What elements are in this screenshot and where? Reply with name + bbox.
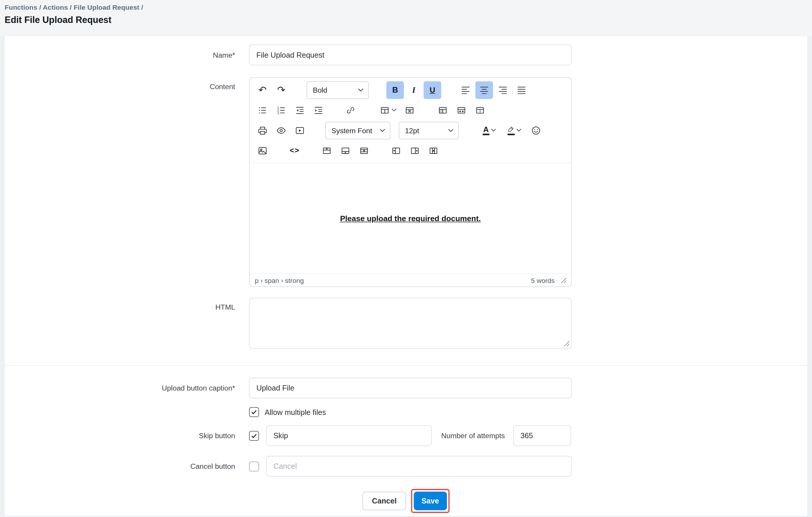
- redo-icon: ↷: [277, 85, 285, 95]
- delete-table-icon: [405, 105, 415, 115]
- textarea-resize-handle[interactable]: [564, 341, 570, 346]
- save-highlight-overlay: Save: [411, 489, 449, 513]
- split-cell-button[interactable]: [471, 101, 489, 119]
- attempts-label: Number of attempts: [441, 431, 505, 440]
- insert-row-below-button[interactable]: [337, 142, 354, 160]
- cancel-button[interactable]: Cancel: [363, 492, 406, 510]
- numbered-list-button[interactable]: 123: [272, 101, 290, 119]
- chevron-down-icon: [516, 128, 522, 132]
- align-center-button[interactable]: [475, 81, 493, 99]
- chevron-down-icon: [358, 88, 364, 92]
- skip-checkbox[interactable]: [249, 431, 259, 440]
- form-actions: Cancel Save: [5, 489, 807, 516]
- bold-button[interactable]: B: [386, 81, 404, 99]
- text-color-icon: A: [483, 125, 490, 135]
- link-icon: [345, 105, 356, 115]
- align-right-button[interactable]: [494, 81, 512, 99]
- split-cell-icon: [475, 105, 485, 115]
- outdent-icon: [295, 105, 305, 115]
- toolbar-row-4: <>: [254, 140, 567, 161]
- page-header: Functions / Actions / File Upload Reques…: [0, 0, 812, 36]
- breadcrumb[interactable]: Functions / Actions / File Upload Reques…: [5, 3, 812, 11]
- editor-statusbar: p › span › strong 5 words: [250, 274, 571, 286]
- font-size-select-value: 12pt: [405, 126, 419, 135]
- emoji-icon: [531, 125, 541, 135]
- media-button[interactable]: [291, 121, 309, 139]
- cell-properties-button[interactable]: [434, 101, 452, 119]
- word-count: 5 words: [531, 277, 554, 284]
- insert-row-above-button[interactable]: [318, 142, 336, 160]
- name-input[interactable]: [249, 45, 572, 65]
- font-size-select[interactable]: 12pt: [399, 121, 459, 139]
- text-color-button[interactable]: A: [477, 121, 501, 139]
- align-left-icon: [460, 85, 471, 95]
- indent-button[interactable]: [310, 101, 327, 119]
- table-menu-button[interactable]: [376, 101, 400, 119]
- html-textarea[interactable]: [249, 298, 572, 349]
- form-row-html: HTML: [5, 298, 807, 349]
- skip-caption-input[interactable]: [266, 425, 432, 446]
- form-bottom-section: Upload button caption* Allow multiple fi…: [5, 366, 807, 516]
- delete-row-icon: [359, 145, 369, 155]
- image-button[interactable]: [254, 142, 271, 160]
- chevron-down-icon: [391, 108, 397, 112]
- insert-column-before-button[interactable]: [387, 142, 405, 160]
- editor-content-area[interactable]: Please upload the required document.: [250, 163, 571, 274]
- html-label: HTML: [5, 298, 241, 311]
- cancel-checkbox[interactable]: [249, 461, 259, 471]
- align-center-icon: [479, 85, 489, 95]
- italic-button[interactable]: I: [405, 81, 423, 99]
- delete-table-button[interactable]: [401, 101, 418, 119]
- underline-icon: U: [430, 86, 435, 93]
- outdent-button[interactable]: [291, 101, 309, 119]
- delete-row-button[interactable]: [355, 142, 373, 160]
- font-select-value: System Font: [331, 126, 372, 135]
- merge-cells-icon: [456, 105, 467, 115]
- undo-button[interactable]: ↶: [254, 81, 271, 99]
- upload-caption-input[interactable]: [249, 378, 572, 398]
- cancel-caption-input[interactable]: [266, 456, 572, 477]
- font-select[interactable]: System Font: [325, 121, 390, 139]
- preview-button[interactable]: [272, 121, 290, 139]
- form-row-upload-caption: Upload button caption*: [5, 378, 807, 398]
- indent-icon: [313, 105, 324, 115]
- link-button[interactable]: [342, 101, 359, 119]
- format-select[interactable]: Bold: [307, 81, 369, 99]
- bullet-list-button[interactable]: [254, 101, 271, 119]
- underline-button[interactable]: U: [424, 81, 441, 99]
- chevron-down-icon: [448, 128, 454, 132]
- align-left-button[interactable]: [457, 81, 474, 99]
- media-icon: [295, 125, 305, 135]
- form-top-section: Name* Content ↶ ↷: [5, 36, 807, 348]
- cancel-button-label: Cancel button: [5, 462, 241, 470]
- undo-icon: ↶: [258, 85, 267, 95]
- emoji-button[interactable]: [527, 121, 545, 139]
- toolbar-row-2: 123: [254, 100, 567, 120]
- align-right-icon: [498, 85, 508, 95]
- insert-column-after-icon: [409, 145, 420, 155]
- justify-icon: [516, 85, 526, 95]
- delete-column-button[interactable]: [425, 142, 442, 160]
- cell-properties-icon: [437, 105, 448, 115]
- insert-column-before-icon: [391, 145, 401, 155]
- attempts-input[interactable]: [513, 425, 571, 446]
- skip-button-label: Skip button: [5, 431, 241, 440]
- editor-resize-handle[interactable]: [561, 277, 567, 283]
- save-button[interactable]: Save: [414, 492, 447, 510]
- element-path: p › span › strong: [255, 277, 304, 284]
- bullet-list-icon: [257, 105, 267, 115]
- highlight-color-button[interactable]: [502, 121, 526, 139]
- justify-button[interactable]: [513, 81, 530, 99]
- image-icon: [257, 145, 267, 155]
- insert-row-below-icon: [340, 145, 350, 155]
- form-row-name: Name*: [5, 45, 807, 65]
- editor-toolbar: ↶ ↷ Bold B I U: [250, 78, 571, 163]
- print-button[interactable]: [254, 121, 271, 139]
- redo-button[interactable]: ↷: [272, 81, 290, 99]
- chevron-down-icon: [380, 128, 385, 132]
- code-button[interactable]: <>: [286, 142, 303, 160]
- allow-multiple-checkbox[interactable]: [249, 407, 259, 417]
- insert-column-after-button[interactable]: [406, 142, 424, 160]
- highlight-color-icon: [507, 125, 515, 135]
- merge-cells-button[interactable]: [453, 101, 470, 119]
